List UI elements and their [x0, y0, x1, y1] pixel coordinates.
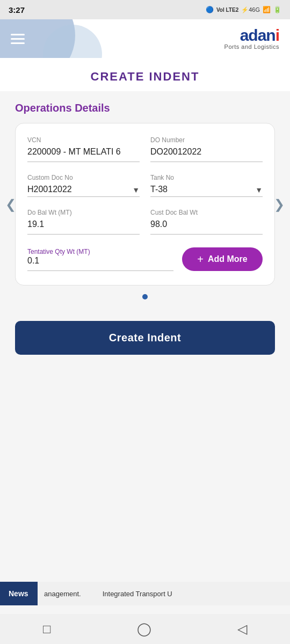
logo-text: adani [224, 27, 279, 43]
nav-arrow-left[interactable]: ❮ [5, 197, 16, 212]
page-title-section: CREATE INDENT [0, 58, 290, 91]
page-title: CREATE INDENT [0, 70, 290, 84]
cust-doc-bal-wt-group: Cust Doc Bal Wt 98.0 [150, 209, 263, 235]
news-ticker: News anagement. Integrated Transport U [0, 582, 290, 605]
status-bar: 3:27 🔵 Vol LTE2 ⚡46G 📶 🔋 [0, 0, 290, 19]
status-time: 3:27 [9, 5, 25, 14]
vcn-value: 2200009 - MT MELATI 6 [27, 147, 140, 162]
cust-doc-bal-wt-label: Cust Doc Bal Wt [150, 209, 263, 216]
logo-adani-blue: adan [240, 26, 276, 44]
signal-icon: 📶 [263, 6, 271, 13]
status-icons: 🔵 Vol LTE2 ⚡46G 📶 🔋 [206, 6, 281, 13]
tank-no-group: Tank No T-38 ▼ [150, 174, 263, 197]
custom-doc-group: Custom Doc No H20012022 ▼ [27, 174, 140, 197]
add-more-label: Add More [208, 254, 248, 264]
vcn-group: VCN 2200009 - MT MELATI 6 [27, 136, 140, 162]
tentative-qty-value: 0.1 [27, 256, 173, 271]
custom-doc-label: Custom Doc No [27, 174, 140, 181]
logo-adani-red: i [276, 26, 279, 44]
tentative-qty-group: Tentative Qty Wt (MT) 0.1 [27, 246, 173, 271]
logo-subtitle: Ports and Logistics [224, 43, 279, 50]
do-number-group: DO Number DO20012022 [150, 136, 263, 162]
logo: adani Ports and Logistics [224, 27, 279, 50]
nav-back-button[interactable]: ◁ [227, 617, 258, 641]
nav-arrow-right[interactable]: ❯ [274, 197, 285, 212]
do-bal-wt-group: Do Bal Wt (MT) 19.1 [27, 209, 140, 235]
news-content: anagement. Integrated Transport U [38, 582, 290, 605]
dot-1 [142, 294, 148, 299]
custom-doc-dropdown-arrow: ▼ [132, 186, 140, 194]
create-indent-button[interactable]: Create Indent [15, 321, 275, 355]
custom-doc-select[interactable]: H20012022 ▼ [27, 185, 140, 197]
tank-no-label: Tank No [150, 174, 263, 181]
tank-no-value: T-38 [150, 185, 253, 194]
section-title: Operations Details [15, 102, 275, 114]
vcn-label: VCN [27, 136, 140, 144]
tank-no-select[interactable]: T-38 ▼ [150, 185, 263, 197]
form-row-1: VCN 2200009 - MT MELATI 6 DO Number DO20… [27, 136, 263, 162]
tentative-qty-label: Tentative Qty Wt (MT) [27, 248, 90, 255]
tank-no-dropdown-arrow: ▼ [255, 186, 263, 194]
card-wrapper: ❮ VCN 2200009 - MT MELATI 6 DO Number DO… [15, 123, 275, 286]
signal-text: Vol LTE2 [216, 7, 238, 13]
do-bal-wt-label: Do Bal Wt (MT) [27, 209, 140, 216]
add-more-button[interactable]: + Add More [182, 247, 263, 271]
dots-row [15, 294, 275, 299]
news-text-2: Integrated Transport U [103, 590, 172, 598]
do-number-value: DO20012022 [150, 147, 263, 162]
form-row-4: Tentative Qty Wt (MT) 0.1 + Add More [27, 246, 263, 271]
bluetooth-icon: 🔵 [206, 6, 214, 13]
network-icon: ⚡46G [241, 6, 260, 13]
news-label: News [0, 582, 38, 605]
form-row-3: Do Bal Wt (MT) 19.1 Cust Doc Bal Wt 98.0 [27, 209, 263, 235]
form-row-2: Custom Doc No H20012022 ▼ Tank No T-38 ▼ [27, 174, 263, 197]
plus-icon: + [197, 254, 204, 265]
do-bal-wt-value: 19.1 [27, 219, 140, 235]
hamburger-menu[interactable] [11, 34, 25, 44]
news-text-1: anagement. [44, 590, 81, 598]
custom-doc-value: H20012022 [27, 185, 130, 194]
bottom-nav: □ ◯ ◁ [0, 614, 290, 644]
cust-doc-bal-wt-value: 98.0 [150, 219, 263, 235]
create-indent-section: Create Indent [0, 310, 290, 355]
do-number-label: DO Number [150, 136, 263, 144]
battery-icon: 🔋 [273, 6, 281, 13]
header: adani Ports and Logistics [0, 19, 290, 58]
nav-square-button[interactable]: □ [32, 617, 62, 641]
main-content: Operations Details ❮ VCN 2200009 - MT ME… [0, 91, 290, 310]
operations-card: VCN 2200009 - MT MELATI 6 DO Number DO20… [15, 123, 275, 286]
nav-circle-button[interactable]: ◯ [126, 617, 162, 641]
